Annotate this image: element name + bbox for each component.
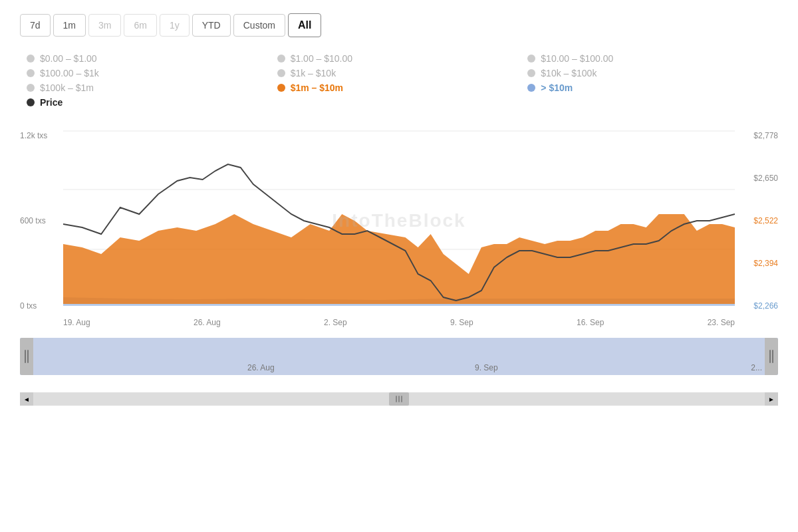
legend-label-7: $1m – $10m	[291, 82, 343, 93]
legend-item-6: $100k – $1m	[27, 82, 271, 93]
right-label-1: $2,650	[738, 174, 778, 183]
range-inner-labels: 26. Aug 9. Sep 2...	[20, 338, 778, 375]
legend-label-4: $1k – $10k	[291, 68, 336, 78]
legend-item-2: $10.00 – $100.00	[527, 53, 771, 64]
right-label-2: $2,522	[738, 216, 778, 225]
legend-item-7: $1m – $10m	[277, 82, 521, 93]
filter-6m[interactable]: 6m	[124, 14, 156, 37]
scroll-thumb-lines	[396, 396, 402, 402]
svg-marker-5	[63, 214, 735, 304]
legend-item-3: $100.00 – $1k	[27, 68, 271, 78]
scroll-thumb-line	[401, 396, 402, 402]
left-label-mid: 600 txs	[20, 216, 60, 225]
range-label-1: 9. Sep	[475, 363, 498, 372]
legend-item-0: $0.00 – $1.00	[27, 53, 271, 64]
legend-dot-9	[27, 98, 35, 106]
scroll-left-button[interactable]: ◄	[20, 392, 33, 406]
legend-item-4: $1k – $10k	[277, 68, 521, 78]
legend-dot-2	[527, 55, 535, 63]
right-label-3: $2,394	[738, 259, 778, 268]
chart-area: 1.2k txs 600 txs 0 txs $2,778 $2,650 $2,…	[20, 128, 778, 314]
legend-dot-7	[277, 84, 285, 92]
legend-dot-5	[527, 69, 535, 77]
legend-label-1: $1.00 – $10.00	[291, 53, 352, 64]
scroll-right-button[interactable]: ►	[765, 392, 778, 406]
time-filter-bar: 7d 1m 3m 6m 1y YTD Custom All	[20, 13, 778, 37]
left-label-bot: 0 txs	[20, 301, 60, 311]
legend-item-9: Price	[27, 97, 271, 108]
legend-label-5: $10k – $100k	[541, 68, 597, 78]
main-container: 7d 1m 3m 6m 1y YTD Custom All $0.00 – $1…	[0, 0, 798, 419]
legend-item-5: $10k – $100k	[527, 68, 771, 78]
legend-label-8: > $10m	[541, 82, 573, 93]
filter-7d[interactable]: 7d	[20, 14, 51, 37]
left-label-top: 1.2k txs	[20, 131, 60, 140]
range-selector[interactable]: 26. Aug 9. Sep 2...	[20, 338, 778, 391]
filter-all[interactable]: All	[288, 13, 321, 37]
filter-3m[interactable]: 3m	[88, 14, 121, 37]
scroll-thumb-line	[398, 396, 400, 402]
range-label-2: 2...	[751, 363, 762, 372]
chart-svg	[63, 128, 735, 314]
scroll-thumb-line	[396, 396, 397, 402]
scroll-thumb[interactable]	[389, 392, 409, 406]
x-label-4: 16. Sep	[577, 318, 604, 327]
legend-dot-8	[527, 84, 535, 92]
filter-custom[interactable]: Custom	[233, 14, 285, 37]
x-label-5: 23. Sep	[708, 318, 735, 327]
legend-dot-4	[277, 69, 285, 77]
legend-label-9: Price	[40, 97, 63, 108]
range-label-0: 26. Aug	[247, 363, 275, 372]
filter-1m[interactable]: 1m	[53, 14, 86, 37]
chart-wrapper: 1.2k txs 600 txs 0 txs $2,778 $2,650 $2,…	[20, 128, 778, 406]
left-axis: 1.2k txs 600 txs 0 txs	[20, 128, 60, 314]
legend-dot-3	[27, 69, 35, 77]
legend-label-6: $100k – $1m	[40, 82, 94, 93]
x-axis-labels: 19. Aug 26. Aug 2. Sep 9. Sep 16. Sep 23…	[63, 318, 735, 327]
filter-ytd[interactable]: YTD	[192, 14, 231, 37]
legend-label-3: $100.00 – $1k	[40, 68, 99, 78]
legend-label-2: $10.00 – $100.00	[541, 53, 613, 64]
right-label-4: $2,266	[738, 301, 778, 311]
legend-item-1: $1.00 – $10.00	[277, 53, 521, 64]
legend-dot-0	[27, 55, 35, 63]
filter-1y[interactable]: 1y	[160, 14, 190, 37]
scroll-track	[33, 392, 765, 406]
legend-label-0: $0.00 – $1.00	[40, 53, 97, 64]
x-label-0: 19. Aug	[63, 318, 90, 327]
legend-dot-1	[277, 55, 285, 63]
chart-svg-container: IntoTheBlock	[63, 128, 735, 314]
right-axis: $2,778 $2,650 $2,522 $2,394 $2,266	[738, 128, 778, 314]
legend-item-8: > $10m	[527, 82, 771, 93]
legend-dot-6	[27, 84, 35, 92]
x-label-2: 2. Sep	[324, 318, 347, 327]
right-label-0: $2,778	[738, 131, 778, 140]
x-label-3: 9. Sep	[450, 318, 473, 327]
scrollbar[interactable]: ◄ ►	[20, 392, 778, 406]
chart-legend: $0.00 – $1.00 $1.00 – $10.00 $10.00 – $1…	[20, 53, 778, 108]
x-label-1: 26. Aug	[194, 318, 221, 327]
